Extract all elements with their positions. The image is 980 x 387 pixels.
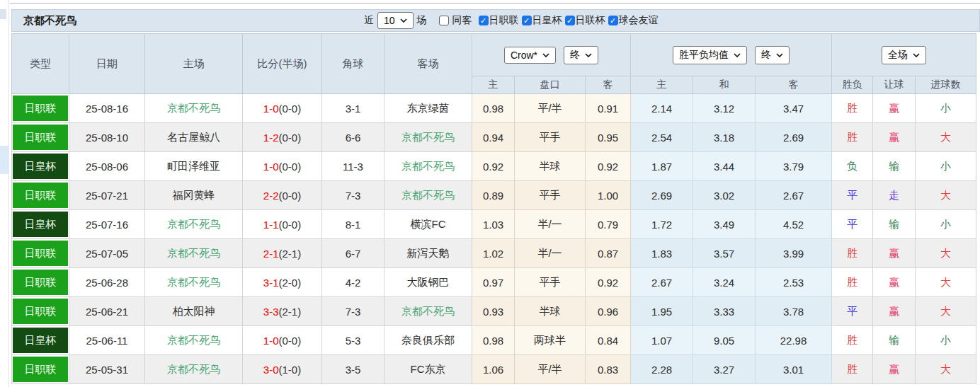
avg-home-odds: 1.87 <box>631 152 693 181</box>
avg-home-odds: 2.14 <box>631 94 693 123</box>
match-row: 日职联 25-08-16 京都不死鸟 1-0(0-0) 3-1 东京绿茵 0.9… <box>12 94 976 123</box>
league-checkbox[interactable]: ✓ <box>608 16 618 25</box>
match-score: 1-0(0-0) <box>243 94 322 123</box>
league-filters: ✓日职联✓日皇杯✓日联杯✓球会友谊 <box>476 14 659 27</box>
home-team: 柏太阳神 <box>145 297 243 326</box>
handicap-outcome: 赢 <box>873 239 916 268</box>
ah-home-odds: 0.89 <box>472 181 515 210</box>
avg-home-odds: 2.69 <box>631 181 693 210</box>
match-date: 25-07-16 <box>69 210 145 239</box>
average-odds-select[interactable]: 胜平负均值 <box>673 46 747 64</box>
handicap-outcome: 赢 <box>873 94 916 123</box>
league-checkbox[interactable]: ✓ <box>565 16 575 25</box>
ah-home-odds: 0.92 <box>472 152 515 181</box>
half-time-score: (2-1) <box>279 306 302 318</box>
final-score: 1-0 <box>263 335 279 347</box>
away-team: 大阪钢巴 <box>384 268 472 297</box>
match-row: 日职联 25-05-31 京都不死鸟 3-0(1-0) 3-5 FC东京 1.0… <box>12 355 976 384</box>
ah-home-odds: 1.03 <box>472 210 515 239</box>
home-team: 名古屋鲸八 <box>145 123 243 152</box>
league-checkbox-label: 球会友谊 <box>619 14 659 27</box>
match-row: 日职联 25-08-10 名古屋鲸八 1-2(0-0) 6-6 京都不死鸟 0.… <box>12 123 976 152</box>
league-checkbox[interactable]: ✓ <box>522 16 532 25</box>
sub-header-avg-home: 主 <box>631 76 693 94</box>
final-score: 3-0 <box>263 364 279 376</box>
match-date: 25-08-10 <box>69 123 145 152</box>
league-type-badge: 日皇杯 <box>13 154 68 179</box>
adjacent-table-edge <box>0 0 9 387</box>
goals-outcome: 小 <box>916 326 976 355</box>
league-checkbox[interactable]: ✓ <box>479 16 489 25</box>
corner-count: 11-3 <box>322 152 384 181</box>
avg-away-odds: 3.99 <box>756 239 832 268</box>
same-away-label: 同客 <box>452 14 472 27</box>
home-team: 京都不死鸟 <box>145 210 243 239</box>
corner-count: 3-1 <box>322 94 384 123</box>
home-team: 京都不死鸟 <box>145 94 243 123</box>
ah-home-odds: 1.02 <box>472 239 515 268</box>
col-header-home: 主场 <box>145 34 243 94</box>
col-header-away: 客场 <box>384 34 472 94</box>
average-odds-state-select[interactable]: 终 <box>755 46 790 64</box>
result-outcome: 平 <box>832 210 873 239</box>
matches-table: 类型 日期 主场 比分(半场) 角球 客场 Crow* 终 <box>11 33 976 384</box>
matches-label: 场 <box>417 14 427 27</box>
avg-away-odds: 3.47 <box>756 94 832 123</box>
result-outcome: 胜 <box>832 268 873 297</box>
half-time-score: (0-0) <box>279 103 302 115</box>
filter-controls: 近 10 场 同客 ✓日职联✓日皇杯✓日联杯✓球会友谊 <box>364 10 659 31</box>
corner-count: 6-6 <box>322 123 384 152</box>
match-date: 25-06-21 <box>69 297 145 326</box>
avg-draw-odds: 3.18 <box>693 123 756 152</box>
result-outcome: 平 <box>832 181 873 210</box>
bookmaker-select[interactable]: Crow* <box>504 47 556 64</box>
final-score: 1-1 <box>263 219 279 231</box>
final-score: 1-0 <box>263 161 279 173</box>
match-score: 1-1(0-0) <box>243 210 322 239</box>
chevron-down-icon <box>734 53 741 57</box>
avg-draw-odds: 3.33 <box>693 297 756 326</box>
match-score: 3-1(2-0) <box>243 268 322 297</box>
half-time-score: (0-0) <box>279 190 302 202</box>
league-type-badge: 日职联 <box>13 357 68 382</box>
league-checkbox-label: 日皇杯 <box>532 14 562 27</box>
away-team: 新泻天鹅 <box>384 239 472 268</box>
corner-count: 5-3 <box>322 326 384 355</box>
ah-away-odds: 1.00 <box>586 181 631 210</box>
match-count-select[interactable]: 10 <box>377 12 414 29</box>
summary-stats: 近10场,胜6平3负1, 胜率:60% 赢率:60% 大:60% 单率:60% <box>11 384 980 387</box>
match-score: 3-0(1-0) <box>243 355 322 384</box>
corner-count: 7-3 <box>322 181 384 210</box>
near-label: 近 <box>364 14 374 27</box>
avg-home-odds: 1.07 <box>631 326 693 355</box>
ah-line: 半球 <box>515 297 586 326</box>
half-time-score: (0-0) <box>279 161 302 173</box>
ah-away-odds: 0.95 <box>586 123 631 152</box>
result-outcome: 胜 <box>832 355 873 384</box>
ah-home-odds: 0.98 <box>472 94 515 123</box>
goals-outcome: 小 <box>916 94 976 123</box>
league-type-badge: 日皇杯 <box>13 328 68 353</box>
ah-home-odds: 0.94 <box>472 123 515 152</box>
final-score: 2-1 <box>263 248 279 260</box>
match-score: 1-2(0-0) <box>243 123 322 152</box>
avg-away-odds: 3.78 <box>756 297 832 326</box>
chevron-down-icon <box>542 53 549 57</box>
half-time-score: (1-0) <box>279 364 302 376</box>
same-away-checkbox[interactable] <box>439 16 449 25</box>
bookmaker-odds-state-select[interactable]: 终 <box>564 46 598 64</box>
handicap-outcome: 输 <box>873 210 916 239</box>
match-date: 25-08-16 <box>69 94 145 123</box>
corner-count: 3-5 <box>322 355 384 384</box>
avg-away-odds: 2.53 <box>756 268 832 297</box>
avg-home-odds: 2.28 <box>631 355 693 384</box>
avg-away-odds: 3.79 <box>756 152 832 181</box>
half-time-score: (0-0) <box>279 335 302 347</box>
ah-home-odds: 0.93 <box>472 297 515 326</box>
league-checkbox-label: 日职联 <box>489 14 519 27</box>
scope-select[interactable]: 全场 <box>882 46 926 64</box>
match-score: 3-3(2-1) <box>243 297 322 326</box>
ah-line: 平/半 <box>515 94 586 123</box>
ah-away-odds: 0.92 <box>586 152 631 181</box>
avg-away-odds: 3.01 <box>756 355 832 384</box>
